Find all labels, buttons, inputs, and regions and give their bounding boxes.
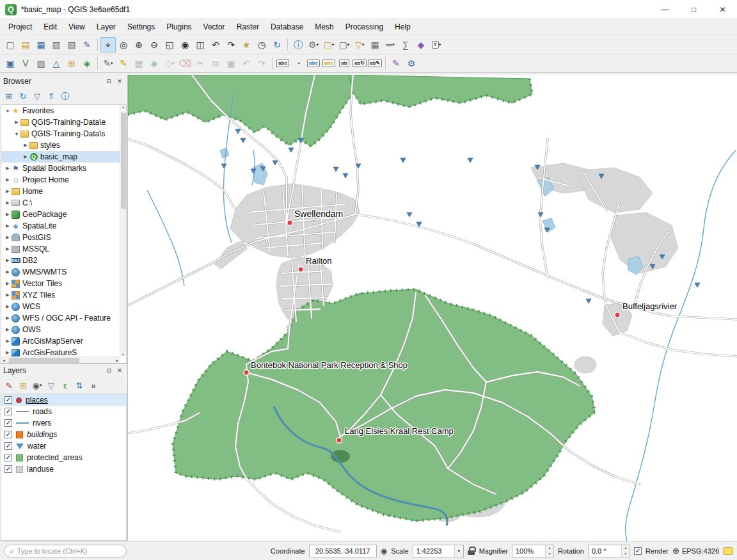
menu-database[interactable]: Database bbox=[265, 19, 309, 35]
zoom-full-button[interactable]: ◱ bbox=[162, 37, 177, 52]
browser-item-basic-map[interactable]: ▶basic_map bbox=[1, 151, 126, 163]
expand-arrow-icon[interactable]: ▶ bbox=[4, 281, 12, 286]
extents-icon[interactable]: ◉ bbox=[381, 547, 387, 556]
close-panel-icon[interactable]: ✕ bbox=[115, 366, 124, 375]
paste-features-button[interactable]: ▣ bbox=[223, 56, 239, 71]
place-marker-buffeljagsrivier[interactable] bbox=[615, 312, 620, 317]
properties-button[interactable]: ⓘ bbox=[58, 89, 72, 103]
browser-item-wms-wmts[interactable]: ▶WMS/WMTS bbox=[1, 266, 126, 278]
layer-item-rivers[interactable]: ✓rivers bbox=[1, 417, 126, 429]
menu-layer[interactable]: Layer bbox=[91, 19, 122, 35]
text-annotation-button[interactable]: T▾ bbox=[429, 37, 444, 52]
collapse-all-button[interactable]: ⇑ bbox=[44, 89, 58, 103]
layer-item-water[interactable]: ✓water bbox=[1, 440, 126, 452]
statistical-summary-button[interactable]: ∑ bbox=[398, 37, 413, 52]
browser-item-qgis-training-data-s[interactable]: ▼QGIS-Training-Data\s bbox=[1, 128, 126, 140]
menu-settings[interactable]: Settings bbox=[122, 19, 161, 35]
layer-visibility-checkbox[interactable]: ✓ bbox=[4, 419, 12, 427]
browser-item-favorites[interactable]: ▼Favorites bbox=[1, 105, 126, 116]
data-source-manager-button[interactable]: ▣ bbox=[3, 56, 18, 71]
menu-view[interactable]: View bbox=[63, 19, 91, 35]
place-marker-lang-elsies-kraal-rest-camp[interactable] bbox=[337, 438, 342, 443]
browser-item-xyz-tiles[interactable]: ▶XYZ Tiles bbox=[1, 289, 126, 301]
identify-features-button[interactable]: ⓘ bbox=[290, 37, 306, 52]
magnifier-spinbox[interactable]: 100% ▲▼ bbox=[512, 545, 554, 557]
zoom-next-button[interactable]: ↷ bbox=[223, 37, 239, 52]
expand-arrow-icon[interactable]: ▶ bbox=[4, 189, 12, 194]
menu-help[interactable]: Help bbox=[389, 19, 416, 35]
scroll-down-icon[interactable]: ▼ bbox=[122, 353, 125, 356]
browser-item-spatial-bookmarks[interactable]: ▶Spatial Bookmarks bbox=[1, 163, 126, 174]
change-label-properties-button[interactable]: ab✎ bbox=[367, 56, 383, 71]
save-project-button[interactable]: ▦ bbox=[33, 37, 49, 52]
browser-item-mssql[interactable]: ▶MSSQL bbox=[1, 243, 126, 255]
layer-labeling-options-button[interactable]: abc bbox=[275, 56, 290, 71]
show-layout-manager-button[interactable]: ▧ bbox=[64, 37, 79, 52]
browser-item-geopackage[interactable]: ▶GeoPackage bbox=[1, 209, 126, 220]
cut-features-button[interactable]: ✂ bbox=[193, 56, 208, 71]
browser-item-postgis[interactable]: ▶PostGIS bbox=[1, 232, 126, 243]
map-tips-button[interactable]: ◆ bbox=[413, 37, 429, 52]
expand-arrow-icon[interactable]: ▶ bbox=[22, 143, 29, 148]
browser-vertical-scrollbar[interactable]: ▲ ▼ bbox=[120, 105, 126, 356]
copy-features-button[interactable]: ⧉ bbox=[208, 56, 223, 71]
layer-visibility-checkbox[interactable]: ✓ bbox=[4, 454, 12, 461]
close-button[interactable]: ✕ bbox=[708, 0, 737, 19]
zoom-in-button[interactable]: ⊕ bbox=[131, 37, 147, 52]
zoom-to-selection-button[interactable]: ◉ bbox=[177, 37, 193, 52]
filter-legend-button[interactable]: ▽ bbox=[44, 378, 58, 392]
browser-item-wfs-ogc-api-feature[interactable]: ▶WFS / OGC API - Feature bbox=[1, 312, 126, 324]
vertex-tool-button[interactable]: ◇▾ bbox=[162, 56, 177, 71]
expand-arrow-icon[interactable]: ▶ bbox=[4, 339, 12, 344]
expand-collapse-all-button[interactable]: ⇅ bbox=[72, 378, 86, 392]
filter-by-expression-button[interactable]: ε bbox=[58, 378, 72, 392]
rotation-spinbox[interactable]: 0.0 ° ▲▼ bbox=[588, 545, 630, 557]
maximize-button[interactable]: □ bbox=[679, 0, 708, 19]
add-selected-layers-button[interactable]: ⊞ bbox=[2, 89, 16, 103]
select-features-button[interactable]: ▢▾ bbox=[321, 37, 337, 52]
close-panel-icon[interactable]: ✕ bbox=[115, 77, 124, 86]
expand-arrow-icon[interactable]: ▶ bbox=[4, 316, 12, 321]
browser-item-project-home[interactable]: ▶Project Home bbox=[1, 174, 126, 186]
highlight-pinned-labels-button[interactable]: abc bbox=[321, 56, 337, 71]
map-canvas[interactable]: SwellendamRailtonBuffeljagsrivierBontebo… bbox=[128, 75, 737, 541]
pan-map-button[interactable]: ⌖ bbox=[100, 37, 116, 52]
expand-arrow-icon[interactable]: ▶ bbox=[13, 120, 20, 125]
current-edits-button[interactable]: ✎▾ bbox=[100, 56, 116, 71]
delete-selected-button[interactable]: ⌫ bbox=[177, 56, 193, 71]
place-marker-swellendam[interactable] bbox=[287, 220, 292, 225]
browser-item-spatialite[interactable]: ▶SpatiaLite bbox=[1, 220, 126, 232]
expand-arrow-icon[interactable]: ▶ bbox=[4, 235, 12, 240]
filter-browser-button[interactable]: ▽ bbox=[30, 89, 44, 103]
expand-arrow-icon[interactable]: ▶ bbox=[4, 166, 12, 171]
float-panel-icon[interactable]: ⊡ bbox=[104, 77, 113, 86]
spin-up-icon[interactable]: ▲ bbox=[546, 545, 553, 551]
expand-arrow-icon[interactable]: ▶ bbox=[4, 292, 12, 298]
rotate-label-button[interactable]: ab↻ bbox=[352, 56, 367, 71]
place-marker-bontebok-national-park-reception-shop[interactable] bbox=[244, 370, 249, 375]
layer-item-landuse[interactable]: ✓landuse bbox=[1, 463, 126, 475]
scroll-right-icon[interactable]: ▶ bbox=[116, 358, 118, 362]
new-shapefile-layer-button[interactable]: ◈ bbox=[79, 56, 95, 71]
layer-item-buildings[interactable]: ✓buildings bbox=[1, 429, 126, 440]
browser-item-c[interactable]: ▶C:\ bbox=[1, 197, 126, 209]
browser-item-styles[interactable]: ▶styles bbox=[1, 140, 126, 151]
browser-item-wcs[interactable]: ▶WCS bbox=[1, 301, 126, 312]
expand-arrow-icon[interactable]: ▶ bbox=[22, 154, 29, 159]
select-by-expression-button[interactable]: ▽▾ bbox=[352, 37, 367, 52]
measure-button[interactable]: ═▾ bbox=[383, 37, 398, 52]
panel-overflow-button[interactable]: » bbox=[86, 378, 100, 392]
zoom-out-button[interactable]: ⊖ bbox=[147, 37, 162, 52]
layer-visibility-checkbox[interactable]: ✓ bbox=[4, 408, 12, 415]
expand-arrow-icon[interactable]: ▶ bbox=[4, 200, 12, 205]
expand-arrow-icon[interactable]: ▼ bbox=[13, 132, 20, 136]
browser-item-home[interactable]: ▶Home bbox=[1, 186, 126, 197]
scroll-left-icon[interactable]: ◀ bbox=[3, 358, 5, 362]
annotations-toolbar-button[interactable]: ✎ bbox=[388, 56, 404, 71]
scale-combo[interactable]: 1:42253 ▾ bbox=[413, 545, 464, 557]
layer-visibility-checkbox[interactable]: ✓ bbox=[4, 431, 12, 438]
layer-visibility-checkbox[interactable]: ✓ bbox=[4, 442, 12, 450]
scroll-up-icon[interactable]: ▲ bbox=[122, 105, 125, 109]
spin-arrows[interactable]: ▲▼ bbox=[621, 545, 630, 557]
open-layer-styling-button[interactable]: ✎ bbox=[2, 378, 16, 392]
